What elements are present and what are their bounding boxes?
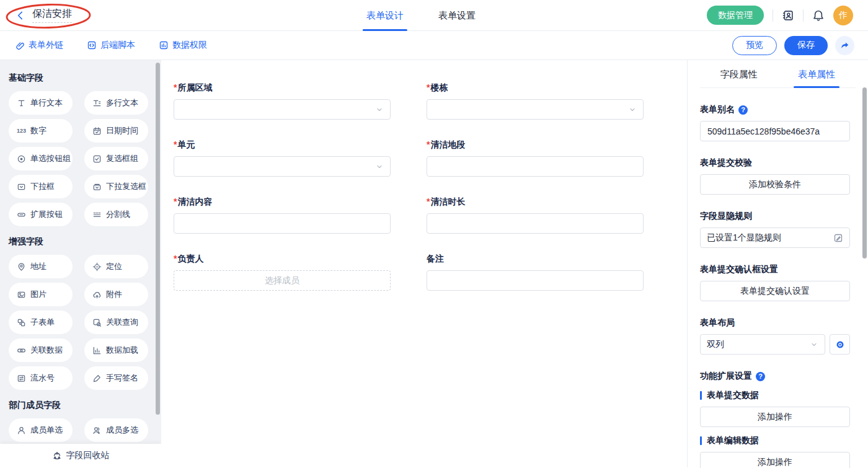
clean-duration-input[interactable] [427, 213, 644, 234]
backend-script-button[interactable]: 后端脚本 [87, 40, 135, 51]
field-type-member-single[interactable]: 成员单选 [9, 418, 73, 442]
avatar[interactable]: 作 [833, 6, 853, 25]
submit-confirm-settings-button[interactable]: 表单提交确认设置 [700, 281, 850, 301]
form-field-clean-area[interactable]: *清洁地段 [427, 139, 644, 177]
form-field-unit[interactable]: *单元 [174, 139, 391, 177]
field-visibility-rules-label: 字段显隐规则 [700, 211, 850, 222]
tab-field-properties[interactable]: 字段属性 [700, 60, 778, 87]
field-type-label: 流水号 [30, 373, 55, 384]
form-field-owner[interactable]: *负责人 选择成员 [174, 254, 391, 291]
field-type-checkbox-group[interactable]: 复选框组 [84, 147, 148, 170]
preview-button[interactable]: 预览 [732, 36, 777, 55]
field-type-label: 单选按钮组 [30, 153, 71, 164]
panel-scrollbar[interactable] [862, 87, 867, 258]
related-query-icon [92, 318, 102, 327]
field-type-label: 日期时间 [106, 125, 138, 136]
data-permission-button[interactable]: 数据权限 [159, 40, 207, 51]
radio-group-icon [17, 154, 26, 164]
field-recycle-bin-button[interactable]: 字段回收站 [0, 444, 161, 467]
field-type-dropdown-multi[interactable]: 下拉复选框 [84, 175, 148, 198]
page-title[interactable]: 保洁安排 [32, 7, 72, 23]
field-type-number[interactable]: 123数字 [9, 119, 73, 143]
share-button[interactable] [835, 36, 854, 55]
form-field-building[interactable]: *楼栋 [427, 82, 644, 120]
field-type-label: 成员多选 [106, 425, 138, 436]
form-alias-input[interactable]: 509d11a5ec128f95be46e37a [700, 121, 850, 141]
field-type-related-data[interactable]: 关联数据 [9, 338, 73, 362]
bell-icon[interactable] [812, 9, 825, 22]
tab-form-design[interactable]: 表单设计 [366, 0, 404, 31]
field-type-attachment[interactable]: 附件 [84, 283, 148, 306]
field-type-divider-line[interactable]: 分割线 [84, 203, 148, 226]
clean-area-input[interactable] [427, 156, 644, 177]
field-label: 负责人 [177, 254, 203, 263]
clean-content-input[interactable] [174, 213, 391, 234]
contact-book-icon[interactable] [782, 9, 794, 22]
edit-data-add-action-button[interactable]: 添加操作 [700, 452, 850, 468]
unit-select[interactable] [174, 156, 391, 177]
select-member-button[interactable]: 选择成员 [174, 270, 391, 291]
field-type-label: 扩展按钮 [30, 209, 63, 220]
tool-link-label: 数据权限 [172, 40, 207, 51]
field-type-radio-group[interactable]: 单选按钮组 [9, 147, 73, 170]
field-type-datetime[interactable]: 日期时间 [84, 119, 148, 143]
field-type-single-line-text[interactable]: 单行文本 [9, 91, 73, 115]
visibility-rules-box[interactable]: 已设置1个显隐规则 [700, 227, 850, 248]
back-button[interactable]: 保洁安排 [15, 7, 72, 23]
field-type-address[interactable]: 地址 [9, 255, 73, 278]
form-field-remark[interactable]: 备注 [427, 254, 644, 291]
header-tabs: 表单设计 表单设置 [366, 0, 476, 31]
related-data-icon [17, 346, 26, 355]
field-type-multi-line-text[interactable]: 多行文本 [84, 91, 148, 115]
field-type-locate[interactable]: 定位 [84, 255, 148, 278]
field-type-image[interactable]: 图片 [9, 283, 73, 306]
region-select[interactable] [174, 99, 391, 120]
field-library-sidebar: 基础字段 单行文本 多行文本 123数字 日期时间 单选按钮组 复选框组 下拉框… [0, 60, 161, 467]
save-button[interactable]: 保存 [784, 36, 828, 55]
help-icon[interactable] [738, 105, 748, 115]
form-design-canvas[interactable]: *所属区域 *楼栋 *单元 *清洁地段 *清洁内容 *清洁时长 [161, 60, 687, 467]
image-icon [17, 290, 26, 299]
layout-select[interactable]: 双列 [700, 334, 825, 355]
tab-form-properties[interactable]: 表单属性 [778, 60, 856, 87]
field-type-label: 下拉框 [30, 181, 55, 192]
visibility-rules-value: 已设置1个显隐规则 [707, 232, 781, 244]
datetime-icon [92, 126, 102, 136]
layout-settings-button[interactable] [830, 334, 850, 355]
chevron-down-icon [375, 105, 384, 114]
field-type-subform[interactable]: 子表单 [9, 311, 73, 334]
field-type-dropdown[interactable]: 下拉框 [9, 175, 73, 198]
field-type-member-multi[interactable]: 成员多选 [84, 418, 148, 442]
field-type-related-query[interactable]: 关联查询 [84, 311, 148, 334]
field-type-label: 手写签名 [106, 373, 138, 384]
form-field-clean-content[interactable]: *清洁内容 [174, 196, 391, 234]
enhanced-fields-grid: 地址 定位 图片 附件 子表单 关联查询 关联数据 数据加载 流水号 手写签名 [9, 255, 153, 390]
add-validation-condition-button[interactable]: 添加校验条件 [700, 174, 850, 195]
field-type-label: 成员单选 [30, 425, 63, 436]
single-line-text-icon [17, 99, 26, 108]
required-asterisk: * [427, 196, 430, 206]
permission-icon [159, 40, 169, 50]
sidebar-scrollbar[interactable] [156, 63, 160, 415]
form-alias-section: 表单别名 [700, 104, 850, 115]
field-type-signature[interactable]: 手写签名 [84, 366, 148, 390]
field-type-serial-number[interactable]: 流水号 [9, 366, 73, 390]
field-type-data-load[interactable]: 数据加载 [84, 338, 148, 362]
form-field-region[interactable]: *所属区域 [174, 82, 391, 120]
remark-input[interactable] [427, 270, 644, 291]
form-layout-row: 双列 [700, 334, 850, 355]
building-select[interactable] [427, 99, 644, 120]
data-manage-button[interactable]: 数据管理 [707, 6, 764, 25]
help-icon[interactable] [756, 372, 765, 381]
form-external-link-button[interactable]: 表单外链 [15, 40, 63, 51]
extension-settings-section: 功能扩展设置 [700, 371, 850, 382]
form-field-clean-duration[interactable]: *清洁时长 [427, 196, 644, 234]
edit-pencil-icon[interactable] [833, 233, 843, 243]
field-type-extend-button[interactable]: 扩展按钮 [9, 203, 73, 226]
field-type-label: 数据加载 [106, 345, 138, 356]
submit-data-add-action-button[interactable]: 添加操作 [700, 407, 850, 427]
tab-form-settings[interactable]: 表单设置 [438, 0, 476, 31]
tool-link-label: 表单外链 [29, 40, 63, 51]
script-icon [87, 40, 97, 50]
field-type-label: 复选框组 [106, 153, 138, 164]
